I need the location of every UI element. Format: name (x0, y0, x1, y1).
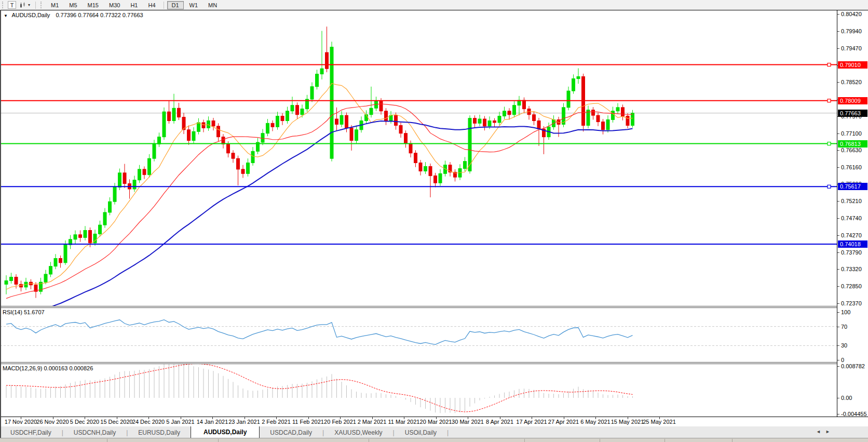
tick-dash (837, 366, 839, 367)
timeframe-button-h1[interactable]: H1 (126, 1, 142, 9)
tab-scroll-left-icon[interactable]: ◄ (816, 429, 821, 434)
candle (178, 108, 181, 117)
candle (123, 173, 126, 184)
date-label: 30 Mar 2021 (452, 419, 484, 425)
tick-dash (837, 14, 839, 15)
tab-scroll-right-icon[interactable]: ► (825, 429, 830, 434)
toolbar: T ▾ M1M5M15M30H1H4D1W1MN (0, 0, 868, 10)
chart-tab-usdchf[interactable]: USDCHF,Daily (0, 427, 62, 438)
tick-dash (837, 150, 839, 151)
candle (108, 202, 112, 212)
chart-objects-button[interactable]: ▾ (17, 1, 32, 9)
candle (49, 266, 52, 274)
macd-plot[interactable] (0, 364, 837, 417)
panel-divider[interactable] (0, 306, 868, 308)
status-divider (664, 439, 665, 442)
candle (424, 166, 427, 171)
toolbar-grip (2, 2, 5, 8)
timeframe-button-m1[interactable]: M1 (46, 1, 63, 9)
status-divider (600, 439, 600, 442)
chart-tab-usoil[interactable]: USOil,Daily (395, 427, 447, 438)
chart-symbol-label: AUDUSD,Daily (11, 12, 50, 18)
main-chart-panel (0, 10, 837, 306)
date-label: 17 Apr 2021 (516, 419, 547, 425)
chart-tab-usdcad[interactable]: USDCAD,Daily (260, 427, 322, 438)
candle (621, 108, 625, 116)
candle (379, 101, 383, 111)
candle (414, 153, 417, 163)
timeframe-button-m5[interactable]: M5 (64, 1, 82, 9)
price-line-label: 0.76813 (838, 140, 867, 148)
price-line-label: 0.75617 (838, 183, 867, 190)
text-tool-button[interactable]: T (8, 1, 16, 9)
main-plot[interactable] (0, 10, 837, 306)
candle (44, 274, 47, 282)
tick-label: 0.78520 (841, 78, 862, 86)
candle (261, 133, 264, 142)
chart-tab-audusd[interactable]: AUDUSD,Daily (191, 426, 260, 438)
candle (385, 111, 388, 121)
candle (103, 212, 106, 225)
date-label: 26 Nov 2020 (36, 419, 69, 425)
timeframe-button-m30[interactable]: M30 (104, 1, 125, 9)
candle (232, 153, 235, 158)
tick-dash (837, 312, 839, 313)
candle (478, 119, 481, 123)
tick-dash (837, 414, 839, 414)
candle (266, 123, 269, 133)
candle (310, 87, 314, 99)
price-line-label: 0.78009 (838, 97, 867, 104)
price-line-label: 0.79010 (838, 61, 867, 69)
timeframe-button-w1[interactable]: W1 (185, 1, 203, 9)
tick-label: 0.79470 (841, 45, 862, 52)
chart-tab-usdcnh[interactable]: USDCNH,Daily (63, 427, 126, 438)
candle (192, 131, 195, 140)
candle (291, 105, 294, 111)
tick-dash (837, 31, 839, 32)
date-label: 5 Jan 2021 (166, 419, 194, 425)
chart-menu-icon[interactable]: ▼ (4, 14, 8, 18)
timeframe-button-h4[interactable]: H4 (143, 1, 160, 9)
candle (602, 122, 605, 130)
candle (326, 52, 329, 69)
chart-tab-eurusd[interactable]: EURUSD,Daily (128, 427, 191, 438)
candle (197, 123, 200, 131)
price-axis[interactable]: 0.804200.799400.794700.789900.785200.780… (837, 10, 868, 426)
tick-dash (837, 48, 839, 49)
candle (631, 113, 634, 126)
panel-divider[interactable] (0, 362, 868, 364)
candle (5, 280, 8, 284)
tick-label: 0.72370 (841, 300, 862, 307)
tick-label: 0.74740 (841, 215, 862, 222)
candle (523, 100, 526, 109)
candle (404, 133, 408, 143)
timeframe-button-mn[interactable]: MN (204, 1, 222, 9)
tick-dash (837, 218, 839, 219)
tick-dash (837, 360, 839, 360)
candle (483, 119, 486, 126)
candle (99, 225, 102, 234)
status-divider (732, 439, 733, 442)
candle (251, 151, 254, 163)
macd-label: MACD(12,26,9) 0.000163 0.000826 (3, 365, 93, 371)
date-axis[interactable]: 17 Nov 202026 Nov 20205 Dec 202015 Dec 2… (0, 417, 868, 426)
candle (153, 144, 156, 158)
date-label: 6 May 2021 (580, 419, 610, 425)
date-label: 20 Mar 2021 (420, 419, 452, 425)
candle (162, 112, 166, 137)
candle (493, 120, 496, 122)
rsi-plot[interactable] (0, 308, 837, 362)
timeframe-button-m15[interactable]: M15 (83, 1, 103, 9)
candle (439, 173, 442, 183)
candle (138, 169, 141, 180)
candle (133, 180, 136, 189)
tick-label: 0.008782 (841, 363, 865, 370)
chart-tab-xauusd[interactable]: XAUUSD,Weekly (324, 427, 392, 438)
toolbar-separator (35, 2, 36, 9)
timeframe-button-d1[interactable]: D1 (167, 1, 184, 9)
candle (222, 137, 225, 144)
candle (350, 128, 353, 140)
candle (202, 123, 205, 128)
date-label: 2 Feb 2021 (262, 419, 291, 425)
candle (113, 187, 116, 202)
